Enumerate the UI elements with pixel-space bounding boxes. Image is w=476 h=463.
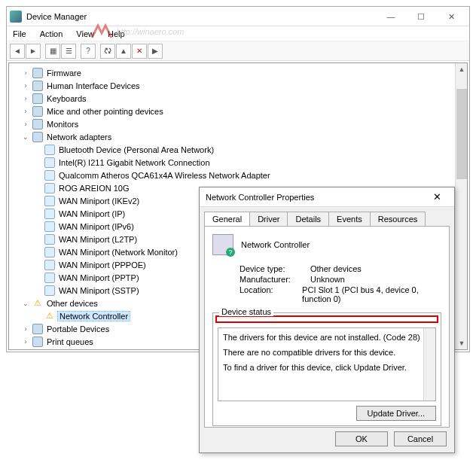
device-item[interactable]: Intel(R) I211 Gigabit Network Connection [11, 156, 465, 169]
device-icon [212, 234, 233, 255]
scroll-thumb[interactable] [456, 89, 467, 179]
menu-action[interactable]: Action [37, 29, 66, 39]
category-network-adapters[interactable]: ⌄Network adapters [11, 130, 465, 143]
minimize-button[interactable]: — [376, 8, 406, 25]
dialog-title: Network Controller Properties [206, 193, 426, 202]
menubar: File Action View Help [7, 26, 469, 41]
ok-button[interactable]: OK [335, 431, 388, 446]
maximize-button[interactable]: ☐ [406, 8, 436, 25]
menu-file[interactable]: File [10, 29, 29, 39]
label-location: Location: [240, 285, 302, 303]
dialog-close-button[interactable]: ✕ [426, 191, 448, 203]
menu-view[interactable]: View [73, 29, 97, 39]
forward-button[interactable]: ► [26, 44, 41, 59]
update-driver-button[interactable]: Update Driver... [356, 406, 436, 421]
uninstall-button[interactable]: ✕ [132, 44, 147, 59]
tab-events[interactable]: Events [328, 212, 371, 226]
tab-resources[interactable]: Resources [370, 212, 426, 226]
status-scrollbar[interactable] [423, 328, 435, 401]
scan-button[interactable]: 🗘 [100, 44, 115, 59]
status-line: The drivers for this device are not inst… [223, 333, 431, 342]
cancel-button[interactable]: Cancel [394, 431, 447, 446]
tree-scrollbar[interactable]: ▲ ▼ [455, 63, 467, 349]
category-keyboards[interactable]: ›Keyboards [11, 92, 465, 105]
category-firmware[interactable]: ›Firmware [11, 66, 465, 79]
tab-driver[interactable]: Driver [249, 212, 288, 226]
titlebar[interactable]: Device Manager — ☐ ✕ [7, 7, 469, 26]
properties-button[interactable]: ☰ [61, 44, 76, 59]
device-status-legend: Device status [219, 307, 273, 316]
scroll-up-icon[interactable]: ▲ [456, 63, 468, 75]
tab-panel-general: Network Controller Device type:Other dev… [204, 226, 450, 428]
tab-general[interactable]: General [204, 212, 250, 226]
app-icon [10, 11, 22, 23]
device-status-group: Device status The drivers for this devic… [212, 312, 441, 426]
label-manufacturer: Manufacturer: [240, 275, 310, 284]
category-mice[interactable]: ›Mice and other pointing devices [11, 105, 465, 117]
category-hid[interactable]: ›Human Interface Devices [11, 79, 465, 92]
window-title: Device Manager [26, 12, 376, 21]
enable-button[interactable]: ▶ [148, 44, 163, 59]
properties-dialog: Network Controller Properties ✕ General … [199, 187, 455, 453]
toolbar: ◄ ► ▦ ☰ ? 🗘 ▲ ✕ ▶ [7, 41, 469, 61]
status-line: There are no compatible drivers for this… [223, 348, 431, 357]
tab-details[interactable]: Details [287, 212, 329, 226]
device-item[interactable]: Qualcomm Atheros QCA61x4A Wireless Netwo… [11, 169, 465, 181]
close-button[interactable]: ✕ [436, 8, 466, 25]
update-driver-button[interactable]: ▲ [116, 44, 131, 59]
label-device-type: Device type: [240, 264, 310, 273]
back-button[interactable]: ◄ [10, 44, 25, 59]
value-device-type: Other devices [310, 264, 362, 273]
device-item[interactable]: Bluetooth Device (Personal Area Network) [11, 143, 465, 156]
dialog-titlebar[interactable]: Network Controller Properties ✕ [200, 187, 454, 207]
device-name: Network Controller [241, 240, 310, 249]
dialog-tabs: General Driver Details Events Resources [200, 207, 454, 226]
category-monitors[interactable]: ›Monitors [11, 117, 465, 130]
menu-help[interactable]: Help [105, 29, 128, 39]
value-manufacturer: Unknown [310, 275, 345, 284]
status-line: To find a driver for this device, click … [223, 363, 431, 372]
scroll-down-icon[interactable]: ▼ [456, 337, 468, 349]
device-status-textbox[interactable]: The drivers for this device are not inst… [218, 327, 436, 401]
show-hidden-button[interactable]: ▦ [45, 44, 60, 59]
help-toolbar-button[interactable]: ? [81, 44, 96, 59]
value-location: PCI Slot 1 (PCI bus 4, device 0, functio… [302, 285, 441, 303]
highlight-box: Device status [215, 315, 438, 323]
